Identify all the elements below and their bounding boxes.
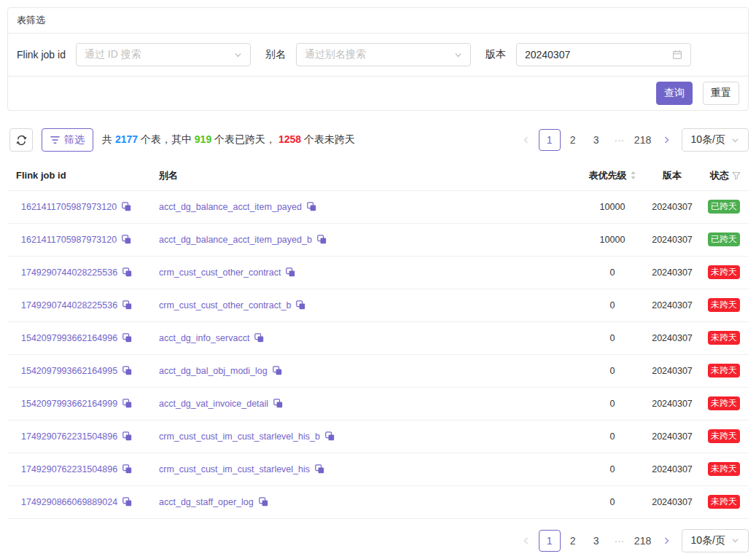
copy-icon bbox=[122, 300, 132, 310]
copy-button[interactable] bbox=[286, 267, 295, 277]
copy-icon bbox=[122, 235, 131, 244]
copy-button[interactable] bbox=[122, 497, 132, 507]
alias-link[interactable]: acct_dg_balance_acct_item_payed_b bbox=[159, 235, 312, 245]
sort-icon bbox=[630, 171, 636, 180]
page-size-select[interactable]: 10条/页 bbox=[682, 128, 749, 152]
pagination-ellipsis[interactable]: ··· bbox=[609, 530, 631, 552]
alias-link[interactable]: acct_dg_balance_acct_item_payed bbox=[159, 202, 302, 212]
copy-button[interactable] bbox=[315, 464, 324, 474]
copy-button[interactable] bbox=[259, 497, 268, 507]
table-row: 1542097993662164995 acct_dg_bal_obj_modi… bbox=[7, 354, 749, 387]
priority-cell: 0 bbox=[580, 420, 645, 453]
pagination-bottom: 123···218 10条/页 bbox=[515, 529, 749, 552]
copy-button[interactable] bbox=[122, 235, 131, 244]
pagination-next[interactable] bbox=[655, 530, 677, 552]
filter-card: 表筛选 Flink job id 通过 ID 搜索 别名 通过别名搜索 版本 2… bbox=[7, 7, 749, 111]
copy-icon bbox=[307, 202, 316, 211]
copy-button[interactable] bbox=[122, 431, 132, 441]
copy-button[interactable] bbox=[325, 431, 335, 441]
column-header-priority[interactable]: 表优先级 bbox=[580, 161, 645, 190]
status-badge: 未跨天 bbox=[708, 298, 740, 312]
job-id-link[interactable]: 1749290744028225536 bbox=[21, 267, 117, 278]
table-row: 1749290762231504896 crm_cust_cust_im_cus… bbox=[7, 420, 749, 453]
alias-link[interactable]: acct_dg_vat_invoice_detail bbox=[159, 399, 268, 409]
job-id-link[interactable]: 1542097993662164995 bbox=[21, 366, 117, 376]
filter-icon[interactable] bbox=[732, 171, 741, 180]
page: 表筛选 Flink job id 通过 ID 搜索 别名 通过别名搜索 版本 2… bbox=[0, 0, 756, 559]
job-id-link[interactable]: 1542097993662164999 bbox=[21, 399, 117, 409]
copy-icon bbox=[122, 464, 132, 474]
filter-card-title: 表筛选 bbox=[8, 8, 748, 34]
footer: 123···218 10条/页 bbox=[7, 529, 749, 552]
copy-button[interactable] bbox=[122, 267, 132, 277]
alias-link[interactable]: crm_cust_cust_other_contract_b bbox=[159, 300, 291, 310]
table-row: 1621411705987973120 acct_dg_balance_acct… bbox=[7, 190, 749, 223]
copy-button[interactable] bbox=[273, 399, 283, 408]
copy-button[interactable] bbox=[122, 333, 132, 343]
pagination-prev[interactable] bbox=[515, 530, 537, 552]
copy-icon bbox=[273, 366, 282, 375]
column-header-version: 版本 bbox=[645, 161, 699, 190]
pagination-page-218[interactable]: 218 bbox=[632, 129, 654, 151]
copy-button[interactable] bbox=[122, 464, 132, 474]
status-badge: 已跨天 bbox=[708, 232, 740, 246]
alias-link[interactable]: acct_dg_staff_oper_log bbox=[159, 497, 254, 507]
pagination-ellipsis[interactable]: ··· bbox=[609, 129, 631, 151]
copy-icon bbox=[122, 333, 132, 343]
copy-icon bbox=[254, 333, 264, 343]
job-id-link[interactable]: 1749290866069889024 bbox=[21, 497, 117, 507]
query-button[interactable]: 查询 bbox=[656, 82, 693, 105]
job-id-link[interactable]: 1749290762231504896 bbox=[21, 431, 117, 442]
version-value: 20240307 bbox=[525, 49, 570, 60]
page-size-select[interactable]: 10条/页 bbox=[682, 529, 749, 552]
pagination-prev[interactable] bbox=[515, 129, 537, 151]
alias-link[interactable]: crm_cust_cust_im_cust_starlevel_his bbox=[159, 464, 310, 474]
pagination-page-2[interactable]: 2 bbox=[562, 129, 584, 151]
pagination-page-1[interactable]: 1 bbox=[539, 530, 561, 552]
job-id-link[interactable]: 1621411705987973120 bbox=[21, 235, 117, 245]
copy-button[interactable] bbox=[273, 366, 282, 375]
copy-button[interactable] bbox=[296, 300, 305, 310]
pagination-page-1[interactable]: 1 bbox=[539, 129, 561, 151]
table-row: 1749290744028225536 crm_cust_cust_other_… bbox=[7, 289, 749, 321]
job-id-link[interactable]: 1749290744028225536 bbox=[21, 300, 117, 310]
column-header-status[interactable]: 状态 bbox=[699, 161, 749, 190]
alias-link[interactable]: crm_cust_cust_im_cust_starlevel_his_b bbox=[159, 431, 320, 442]
copy-button[interactable] bbox=[122, 399, 132, 408]
chevron-down-icon bbox=[731, 536, 739, 544]
pagination-page-3[interactable]: 3 bbox=[585, 129, 607, 151]
refresh-icon bbox=[16, 135, 27, 146]
copy-button[interactable] bbox=[122, 202, 131, 211]
chevron-down-icon bbox=[454, 51, 462, 59]
copy-button[interactable] bbox=[307, 202, 316, 211]
priority-cell: 0 bbox=[580, 387, 645, 420]
alias-link[interactable]: crm_cust_cust_other_contract bbox=[159, 267, 281, 278]
status-badge: 未跨天 bbox=[708, 462, 740, 476]
job-id-link[interactable]: 1542097993662164996 bbox=[21, 333, 117, 343]
copy-button[interactable] bbox=[122, 300, 132, 310]
alias-link[interactable]: acct_dg_info_servacct bbox=[159, 333, 249, 343]
job-id-link[interactable]: 1749290762231504896 bbox=[21, 464, 117, 474]
pagination-page-3[interactable]: 3 bbox=[585, 530, 607, 552]
reset-button[interactable]: 重置 bbox=[703, 82, 739, 105]
copy-button[interactable] bbox=[122, 366, 132, 375]
pagination-next[interactable] bbox=[655, 129, 677, 151]
table-body: 1621411705987973120 acct_dg_balance_acct… bbox=[7, 190, 749, 518]
priority-cell: 0 bbox=[580, 485, 645, 518]
version-date-input[interactable]: 20240307 bbox=[516, 43, 691, 66]
alias-select[interactable]: 通过别名搜索 bbox=[296, 43, 471, 66]
version-cell: 20240307 bbox=[645, 354, 699, 387]
flink-job-id-select[interactable]: 通过 ID 搜索 bbox=[76, 43, 251, 66]
job-id-link[interactable]: 1621411705987973120 bbox=[21, 202, 117, 212]
copy-icon bbox=[296, 300, 305, 310]
copy-icon bbox=[259, 497, 268, 507]
alias-link[interactable]: acct_dg_bal_obj_modi_log bbox=[159, 366, 268, 376]
filter-toggle-button[interactable]: 筛选 bbox=[42, 128, 93, 152]
copy-button[interactable] bbox=[317, 235, 327, 244]
refresh-button[interactable] bbox=[9, 128, 33, 152]
pagination-page-2[interactable]: 2 bbox=[562, 530, 584, 552]
pagination-page-218[interactable]: 218 bbox=[632, 530, 654, 552]
chevron-down-icon bbox=[731, 136, 739, 144]
copy-button[interactable] bbox=[254, 333, 264, 343]
version-cell: 20240307 bbox=[645, 485, 699, 518]
